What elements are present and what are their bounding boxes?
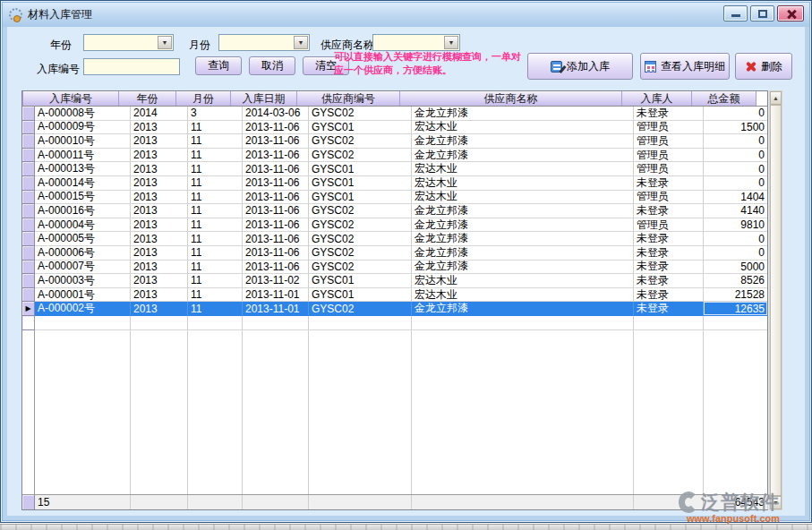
cell-operator: 未登录 [634, 302, 704, 316]
delete-button[interactable]: 删除 [735, 53, 792, 80]
close-button[interactable] [777, 5, 804, 21]
cell-year: 2013 [131, 121, 188, 135]
cell-entry-no: A-000016号 [35, 204, 131, 218]
scroll-down-icon[interactable]: ▼ [770, 496, 782, 509]
footer-cell [131, 495, 188, 509]
cell-year: 2013 [131, 191, 188, 205]
table-row[interactable]: A-000009号2013112013-11-06GYSC01宏达木业管理员15… [22, 121, 767, 135]
add-entry-label: 添加入库 [567, 59, 610, 74]
year-select[interactable]: ▼ [83, 34, 174, 51]
row-selector[interactable] [22, 261, 35, 275]
table-row[interactable]: A-000007号2013112013-11-06GYSC02金龙立邦漆未登录5… [22, 261, 767, 275]
row-selector[interactable] [22, 107, 35, 121]
cell-operator: 管理员 [634, 191, 704, 205]
month-select[interactable]: ▼ [218, 34, 310, 51]
table-body: A-000008号201432014-03-06GYSC02金龙立邦漆未登录0A… [22, 107, 767, 494]
filler-cell [309, 330, 412, 495]
footer-cell [243, 495, 309, 509]
column-header-entry-date[interactable]: 入库日期 [231, 91, 297, 106]
cell-supplier-name: 金龙立邦漆 [412, 302, 634, 316]
cell-supplier-name: 宏达木业 [412, 288, 634, 303]
row-selector[interactable] [22, 162, 35, 176]
cell-supplier-code: GYSC01 [309, 191, 412, 205]
row-selector[interactable] [22, 191, 35, 205]
cell-entry-date: 2013-11-06 [243, 204, 309, 218]
entry-no-input[interactable] [83, 58, 180, 75]
cell-month: 11 [188, 218, 243, 233]
cell-year: 2013 [131, 162, 188, 176]
detail-form-icon [645, 61, 656, 73]
column-header-total-amount[interactable]: 总金额 [692, 91, 756, 106]
filler-cell [634, 330, 704, 495]
cell-year: 2013 [131, 232, 188, 246]
column-header-supplier-code[interactable]: 供应商编号 [297, 91, 400, 106]
cell-supplier-code: GYSC01 [309, 121, 412, 135]
table-row[interactable]: A-000005号2013112013-11-06GYSC02金龙立邦漆未登录0 [22, 232, 767, 246]
cell-operator: 管理员 [634, 134, 704, 149]
minimize-button[interactable] [723, 5, 748, 21]
cell-operator: 管理员 [634, 149, 704, 163]
table-row[interactable]: A-000015号2013112013-11-06GYSC01宏达木业管理员14… [22, 191, 767, 205]
cell-supplier-name: 宏达木业 [412, 191, 634, 205]
row-selector[interactable] [22, 176, 35, 191]
table-row[interactable]: A-000003号2013112013-11-02GYSC01宏达木业未登录85… [22, 274, 767, 288]
cell-month: 11 [188, 302, 243, 316]
row-selector[interactable] [22, 149, 35, 163]
supplier-select[interactable]: ▼ [372, 34, 460, 51]
table-row[interactable]: A-000006号2013112013-11-06GYSC02金龙立邦漆未登录0 [22, 246, 767, 261]
row-selector[interactable] [22, 274, 35, 288]
cell-operator: 未登录 [634, 107, 704, 121]
table-row[interactable]: A-000013号2013112013-11-06GYSC01宏达木业管理员0 [22, 162, 767, 176]
row-selector[interactable] [22, 134, 35, 149]
column-header-operator[interactable]: 入库人 [622, 91, 692, 106]
table-row[interactable]: A-000014号2013112013-11-06GYSC01宏达木业未登录0 [22, 176, 767, 191]
table-row[interactable]: A-000001号2013112013-11-01GYSC01宏达木业未登录21… [22, 288, 767, 303]
cell-total-amount: 0 [704, 107, 767, 121]
cell-operator: 未登录 [634, 176, 704, 191]
scroll-up-icon[interactable]: ▲ [770, 91, 782, 105]
table-row[interactable]: A-000008号201432014-03-06GYSC02金龙立邦漆未登录0 [22, 107, 767, 121]
row-selector[interactable] [22, 288, 35, 303]
column-header-supplier-name[interactable]: 供应商名称 [400, 91, 622, 106]
cell-entry-date: 2013-11-06 [243, 191, 309, 205]
view-detail-button[interactable]: 查看入库明细 [640, 53, 730, 80]
cancel-button[interactable]: 取消 [249, 56, 295, 75]
column-header-year[interactable]: 年份 [119, 91, 176, 106]
cell-supplier-name: 金龙立邦漆 [412, 134, 634, 149]
chevron-down-icon[interactable]: ▼ [444, 36, 458, 49]
year-label: 年份 [50, 38, 72, 53]
footer-cell [634, 495, 704, 509]
cell-total-amount: 0 [704, 162, 767, 176]
cell-entry-date: 2013-11-06 [243, 149, 309, 163]
cell-supplier-name: 宏达木业 [412, 162, 634, 176]
column-header-entry-no[interactable]: 入库编号 [23, 91, 119, 106]
column-header-month[interactable]: 月份 [176, 91, 231, 106]
add-entry-button[interactable]: 添加入库 [527, 53, 633, 80]
cell-supplier-name: 宏达木业 [412, 176, 634, 191]
cell-year: 2013 [131, 149, 188, 163]
table-row[interactable]: ▶A-000002号2013112013-11-01GYSC02金龙立邦漆未登录… [22, 302, 767, 316]
table-row[interactable]: A-000010号2013112013-11-06GYSC02金龙立邦漆管理员0 [22, 134, 767, 149]
table-row[interactable]: A-000004号2013112013-11-06GYSC02金龙立邦漆管理员9… [22, 218, 767, 233]
cell-supplier-code: GYSC02 [309, 302, 412, 316]
query-button[interactable]: 查询 [195, 56, 242, 75]
scrollbar-thumb[interactable] [770, 105, 782, 496]
cell-year: 2013 [131, 288, 188, 303]
cell-supplier-name: 金龙立邦漆 [412, 232, 634, 246]
row-selector[interactable] [22, 232, 35, 246]
hint-text-line2: 应一个供应商，方便结账。 [334, 64, 452, 77]
chevron-down-icon[interactable]: ▼ [158, 36, 172, 49]
row-selector[interactable] [22, 218, 35, 233]
window-title: 材料入库管理 [28, 7, 92, 22]
row-selector[interactable] [22, 246, 35, 261]
vertical-scrollbar[interactable]: ▲ ▼ [769, 90, 782, 510]
selected-row-pointer-icon[interactable]: ▶ [22, 302, 35, 316]
row-selector[interactable] [22, 204, 35, 218]
minimize-icon [731, 14, 740, 17]
watermark-url: www.fanpusoft.com [679, 513, 780, 524]
chevron-down-icon[interactable]: ▼ [294, 36, 308, 49]
maximize-button[interactable] [750, 5, 774, 21]
row-selector[interactable] [22, 121, 35, 135]
table-row[interactable]: A-000011号2013112013-11-06GYSC02金龙立邦漆管理员0 [22, 149, 767, 163]
table-row[interactable]: A-000016号2013112013-11-06GYSC02金龙立邦漆未登录4… [22, 204, 767, 218]
